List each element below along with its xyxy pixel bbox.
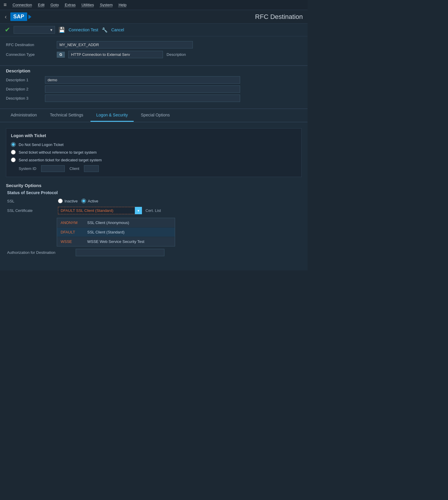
ssl-label: SSL (7, 199, 54, 203)
ssl-active-option: Active (81, 199, 98, 203)
connection-type-row: Connection Type G Description (6, 51, 302, 58)
ssl-cert-dropdown-popup: ANONYM SSL Client (Anonymous) DFAULT SSL… (57, 218, 175, 246)
connection-test-button[interactable]: Connection Test (69, 27, 98, 32)
description-2-label: Description 2 (6, 87, 41, 91)
radio-no-ticket-row: Do Not Send Logon Ticket (11, 142, 297, 147)
description-3-label: Description 3 (6, 96, 41, 100)
connection-type-code: G (57, 52, 65, 58)
system-id-row: System ID Client (19, 165, 297, 172)
ssl-cert-dropdown[interactable]: DFAULT SSL Client (Standard) ▾ (58, 207, 142, 214)
dropdown-item-anonym-code: ANONYM (61, 220, 81, 225)
description-3-input[interactable] (45, 95, 240, 102)
radio-send-ticket-label: Send ticket without reference to target … (19, 150, 97, 155)
rfc-destination-input[interactable] (57, 41, 193, 48)
dropdown-item-dfault-code: DFAULT (61, 230, 81, 234)
dropdown-item-anonym-desc: SSL Client (Anonymous) (87, 220, 129, 225)
system-id-label: System ID (19, 166, 36, 171)
security-options-section: Security Options Status of Secure Protoc… (6, 183, 302, 259)
dropdown-item-wsse-code: WSSE (61, 239, 81, 244)
ssl-inactive-label: Inactive (64, 199, 78, 203)
save-check-button[interactable]: ✔ (5, 26, 10, 34)
menu-edit[interactable]: Edit (38, 3, 44, 7)
ssl-cert-select-wrapper: DFAULT SSL Client (Standard) ▾ (58, 207, 142, 214)
ssl-inactive-option: Inactive (58, 199, 78, 203)
radio-send-ticket[interactable] (11, 150, 16, 155)
description-1-label: Description 1 (6, 78, 41, 82)
logon-ticket-title: Logon with Ticket (11, 133, 297, 138)
tab-logon-security[interactable]: Logon & Security (90, 109, 134, 122)
description-2-input[interactable] (45, 85, 240, 93)
radio-no-ticket-label: Do Not Send Logon Ticket (19, 142, 64, 147)
connection-type-input[interactable] (68, 51, 163, 58)
description-section: Description Description 1 Description 2 … (0, 66, 308, 109)
tabs-bar: Administration Technical Settings Logon … (0, 109, 308, 122)
menu-help[interactable]: Help (119, 3, 127, 7)
rfc-destination-row: RFC Destination (6, 41, 302, 48)
dropdown-arrow-icon: ▾ (50, 27, 52, 32)
description-2-row: Description 2 (6, 85, 302, 93)
rfc-destination-label: RFC Destination (6, 43, 53, 47)
save-button[interactable]: 💾 (59, 27, 65, 33)
radio-no-ticket[interactable] (11, 142, 16, 147)
description-section-title: Description (6, 68, 302, 73)
radio-send-ticket-row: Send ticket without reference to target … (11, 150, 297, 155)
sap-logo: SAP (10, 12, 31, 21)
menu-bar: ≡ Connection Edit Goto Extras Utilities … (0, 0, 308, 10)
save-disk-icon: 💾 (59, 27, 65, 33)
ssl-certificate-row: SSL Certificate DFAULT SSL Client (Stand… (6, 207, 302, 214)
sap-triangle-icon (28, 14, 31, 19)
auth-destination-row: Authorization for Destination (6, 246, 302, 259)
auth-destination-label: Authorization for Destination (7, 250, 72, 255)
cancel-button[interactable]: Cancel (111, 27, 124, 32)
radio-ssl-active[interactable] (81, 199, 86, 203)
radio-ssl-inactive[interactable] (58, 199, 63, 203)
ssl-cert-arrow-icon[interactable]: ▾ (135, 207, 142, 214)
description-inline-label: Description (166, 52, 186, 57)
ssl-certificate-label: SSL Certificate (7, 208, 54, 213)
content-area: Logon with Ticket Do Not Send Logon Tick… (0, 122, 308, 270)
menu-utilities[interactable]: Utilities (82, 3, 94, 7)
ssl-cert-value: DFAULT SSL Client (Standard) (58, 207, 142, 214)
menu-connection[interactable]: Connection (13, 3, 32, 7)
toolbar-dropdown[interactable]: ▾ (14, 26, 55, 34)
cert-list-button[interactable]: Cert. List (145, 208, 161, 213)
hamburger-icon[interactable]: ≡ (4, 2, 7, 8)
radio-assertion-ticket-label: Send assertion ticket for dedicated targ… (19, 158, 102, 162)
secure-protocol-label: Status of Secure Protocol (7, 190, 302, 195)
tab-special-options[interactable]: Special Options (135, 109, 176, 122)
tab-administration[interactable]: Administration (5, 109, 43, 122)
sap-logo-text: SAP (10, 12, 27, 21)
ssl-active-label: Active (88, 199, 98, 203)
back-button[interactable]: ‹ (5, 13, 7, 20)
description-1-input[interactable] (45, 76, 240, 84)
wrench-icon: 🔧 (102, 27, 108, 33)
radio-assertion-ticket-row: Send assertion ticket for dedicated targ… (11, 158, 297, 162)
dropdown-item-wsse-desc: WSSE Web Service Security Test (87, 239, 144, 244)
rfc-form: RFC Destination Connection Type G Descri… (0, 36, 308, 66)
security-options-title: Security Options (6, 183, 302, 188)
description-1-row: Description 1 (6, 76, 302, 84)
logon-ticket-section: Logon with Ticket Do Not Send Logon Tick… (6, 128, 302, 177)
menu-goto[interactable]: Goto (51, 3, 59, 7)
ssl-row: SSL Inactive Active (6, 199, 302, 203)
menu-system[interactable]: System (100, 3, 113, 7)
description-3-row: Description 3 (6, 95, 302, 102)
client-label: Client (69, 166, 79, 171)
dropdown-item-anonym[interactable]: ANONYM SSL Client (Anonymous) (57, 218, 175, 228)
connection-type-label: Connection Type (6, 52, 53, 57)
header-bar: ‹ SAP RFC Destination (0, 10, 308, 24)
page-title: RFC Destination (255, 13, 303, 21)
tab-technical-settings[interactable]: Technical Settings (44, 109, 89, 122)
dropdown-item-wsse[interactable]: WSSE WSSE Web Service Security Test (57, 237, 175, 246)
system-id-input[interactable] (41, 165, 65, 172)
client-input[interactable] (84, 165, 99, 172)
toolbar: ✔ ▾ 💾 Connection Test 🔧 Cancel (0, 24, 308, 36)
dropdown-item-dfault-desc: SSL Client (Standard) (87, 230, 124, 234)
menu-extras[interactable]: Extras (65, 3, 76, 7)
dropdown-item-dfault[interactable]: DFAULT SSL Client (Standard) (57, 228, 175, 237)
radio-assertion-ticket[interactable] (11, 158, 16, 162)
auth-destination-input[interactable] (76, 249, 164, 256)
